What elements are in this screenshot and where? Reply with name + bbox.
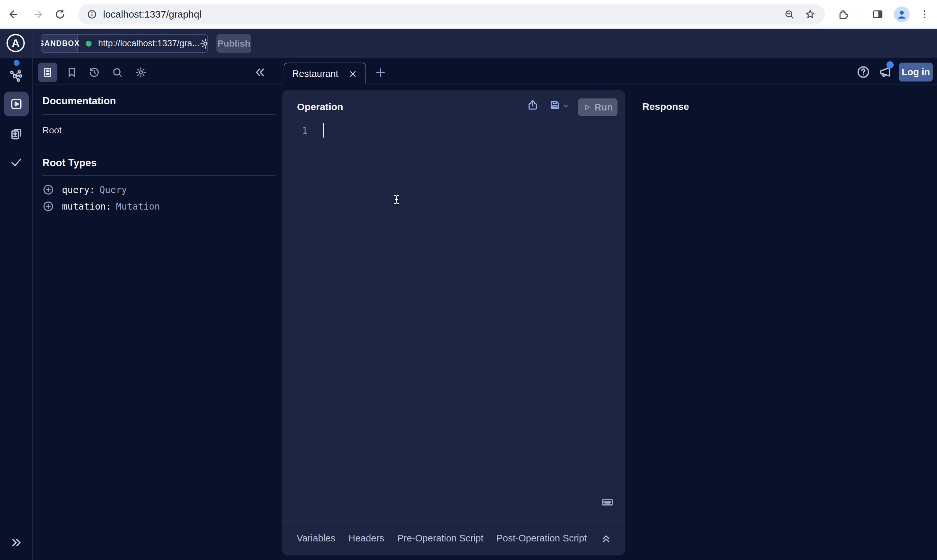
- chevron-down-icon: [563, 103, 569, 109]
- expand-footer-button[interactable]: [600, 532, 612, 545]
- back-arrow-icon: [7, 8, 19, 20]
- keyboard-icon: [601, 496, 614, 509]
- history-icon: [88, 66, 100, 78]
- save-operation-button[interactable]: [548, 98, 562, 111]
- gear-icon: [200, 38, 208, 49]
- question-circle-icon: [856, 65, 871, 79]
- sidebar-item-schema[interactable]: [9, 68, 23, 83]
- browser-forward-button[interactable]: [29, 5, 48, 24]
- publish-button[interactable]: Publish: [217, 34, 251, 53]
- apollo-logo[interactable]: A: [6, 34, 25, 52]
- footer-tab-pre-operation-script[interactable]: Pre-Operation Script: [397, 533, 483, 544]
- editor-line-number: 1: [299, 126, 310, 135]
- endpoint-url-text: http://localhost:1337/gra...: [98, 38, 200, 49]
- field-type-link[interactable]: Mutation: [116, 201, 160, 212]
- checkmark-icon: [9, 155, 23, 169]
- schema-notification-dot: [14, 60, 20, 66]
- endpoint-pill: SANDBOX http://localhost:1337/gra...: [41, 34, 208, 53]
- save-menu-button[interactable]: [563, 103, 570, 110]
- play-square-icon: [9, 97, 23, 111]
- response-panel-title: Response: [642, 101, 689, 112]
- browser-toolbar: localhost:1337/graphql: [0, 0, 937, 29]
- apollo-sandbox-screen: localhost:1337/graphql A SANDBOX http://…: [0, 0, 937, 560]
- side-panel-icon: [872, 8, 883, 20]
- footer-tab-headers[interactable]: Headers: [349, 533, 385, 544]
- documentation-icon: [42, 66, 54, 78]
- play-icon: [583, 103, 591, 111]
- profile-person-icon: [895, 8, 908, 21]
- docs-tab-search[interactable]: [111, 66, 123, 78]
- keyboard-shortcuts-button[interactable]: [601, 496, 614, 509]
- apollo-logo-letter: A: [12, 37, 20, 49]
- extensions-button[interactable]: [833, 5, 852, 24]
- connection-status-dot: [86, 41, 92, 47]
- header-divider: [33, 29, 34, 58]
- docs-divider: [42, 114, 275, 115]
- documents-diff-icon: [9, 126, 23, 141]
- site-info-icon[interactable]: [87, 9, 97, 20]
- side-panel-button[interactable]: [868, 5, 888, 24]
- sidebar-item-checks[interactable]: [9, 155, 23, 169]
- add-field-icon[interactable]: [42, 200, 54, 212]
- settings-gear-icon: [135, 66, 147, 78]
- double-chevron-left-icon: [253, 66, 266, 79]
- save-floppy-icon: [549, 99, 561, 111]
- docs-tab-documentation[interactable]: [38, 63, 57, 82]
- kebab-menu-icon: [919, 9, 930, 20]
- sidebar-item-changesets[interactable]: [9, 126, 23, 141]
- docs-tab-settings[interactable]: [135, 66, 147, 78]
- footer-tab-variables[interactable]: Variables: [297, 533, 335, 544]
- url-text: localhost:1337/graphql: [103, 9, 784, 20]
- root-types-title: Root Types: [42, 157, 97, 169]
- zoom-out-icon[interactable]: [784, 9, 795, 20]
- sidebar-item-explorer[interactable]: [4, 92, 29, 116]
- double-chevron-up-icon: [600, 532, 612, 545]
- root-type-row-mutation: mutation: Mutation: [42, 198, 160, 214]
- operation-panel-title: Operation: [297, 102, 343, 112]
- address-bar[interactable]: localhost:1337/graphql: [78, 4, 825, 25]
- browser-profile-avatar[interactable]: [894, 6, 909, 22]
- operation-panel: Operation Run 1 Variables Headers Pre-Op…: [282, 90, 625, 555]
- help-button[interactable]: [854, 63, 872, 81]
- browser-back-button[interactable]: [3, 5, 23, 24]
- sandbox-badge: SANDBOX: [42, 35, 78, 52]
- reload-icon: [54, 8, 66, 20]
- docs-panel-title: Documentation: [42, 95, 116, 107]
- ibeam-mouse-cursor: [392, 192, 402, 207]
- share-operation-button[interactable]: [526, 98, 539, 111]
- close-tab-icon[interactable]: [348, 69, 358, 79]
- forward-arrow-icon: [32, 8, 44, 20]
- share-export-icon: [526, 99, 539, 111]
- field-type-link[interactable]: Query: [100, 185, 127, 195]
- collapse-docs-panel-button[interactable]: [253, 65, 267, 80]
- add-field-icon[interactable]: [42, 184, 54, 195]
- announcement-badge: [886, 61, 894, 68]
- footer-tab-post-operation-script[interactable]: Post-Operation Script: [497, 533, 587, 544]
- double-chevron-right-icon: [9, 536, 23, 549]
- run-button-label: Run: [594, 102, 612, 113]
- root-types-divider: [42, 175, 275, 176]
- bookmark-star-icon[interactable]: [805, 9, 816, 20]
- graph-schema-icon: [9, 68, 23, 83]
- operation-tab[interactable]: Restaurant: [284, 63, 366, 85]
- field-name: mutation:: [62, 201, 111, 212]
- docs-tab-history[interactable]: [88, 66, 100, 78]
- login-button[interactable]: Log in: [899, 63, 933, 82]
- toolbar-divider: [861, 8, 862, 22]
- app-header: A SANDBOX http://localhost:1337/gra... P…: [0, 29, 937, 58]
- expand-rail-button[interactable]: [9, 535, 23, 550]
- root-type-row-query: query: Query: [42, 182, 127, 197]
- new-tab-button[interactable]: [374, 66, 387, 79]
- operation-tab-label: Restaurant: [292, 68, 348, 79]
- endpoint-input[interactable]: http://localhost:1337/gra...: [78, 35, 208, 52]
- connection-settings-button[interactable]: [200, 38, 208, 49]
- browser-menu-button[interactable]: [915, 5, 934, 24]
- bookmark-icon: [66, 66, 78, 78]
- puzzle-icon: [837, 8, 849, 20]
- run-button[interactable]: Run: [578, 98, 617, 116]
- editor-caret: [323, 123, 324, 138]
- docs-tab-saved-operations[interactable]: [66, 66, 78, 78]
- plus-icon: [374, 66, 387, 79]
- browser-reload-button[interactable]: [50, 5, 70, 24]
- operation-footer: Variables Headers Pre-Operation Script P…: [282, 520, 625, 555]
